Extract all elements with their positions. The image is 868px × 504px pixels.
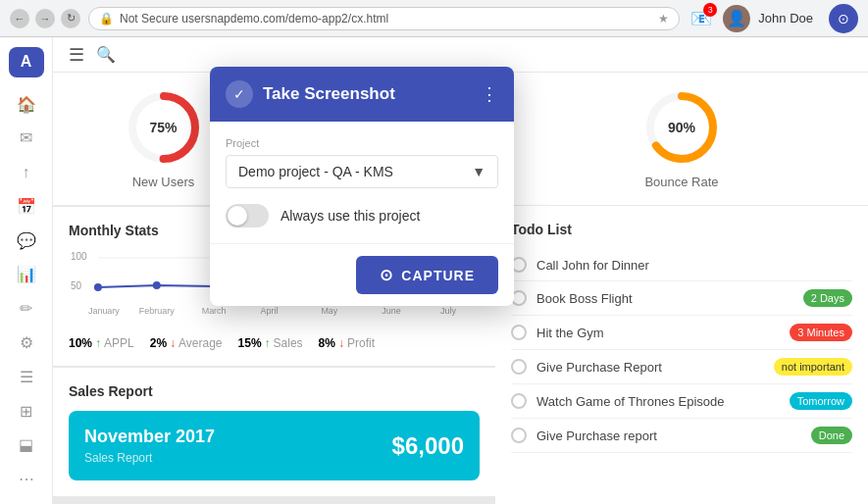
- sidebar-item-more[interactable]: ⋯: [9, 464, 44, 494]
- usersnap-icon: ⊙: [829, 4, 858, 33]
- modal-title: Take Screenshot: [263, 84, 471, 104]
- always-use-project-toggle[interactable]: [226, 204, 269, 227]
- notifications-button[interactable]: 📧 3: [688, 5, 715, 32]
- notification-badge: 3: [703, 3, 717, 17]
- browser-chrome: ← → ↻ 🔒 Not Secure usersnapdemo.com/demo…: [0, 0, 868, 37]
- reload-button[interactable]: ↻: [61, 9, 80, 28]
- modal-footer: ⊙ CAPTURE: [210, 243, 514, 306]
- project-label: Project: [226, 137, 498, 149]
- sidebar-item-chat[interactable]: 💬: [9, 226, 44, 256]
- modal-overlay: ✓ Take Screenshot ⋮ Project Demo project…: [53, 37, 868, 504]
- modal-check-icon: ✓: [226, 80, 253, 108]
- sidebar-item-list[interactable]: ☰: [9, 362, 44, 392]
- modal-header: ✓ Take Screenshot ⋮: [210, 67, 514, 122]
- sidebar-item-chart[interactable]: 📊: [9, 260, 44, 290]
- sidebar-item-grid[interactable]: ⊞: [9, 396, 44, 427]
- user-name-label: John Doe: [758, 11, 813, 25]
- capture-label: CAPTURE: [401, 268, 475, 283]
- project-select[interactable]: Demo project - QA - KMS ▼: [226, 155, 498, 188]
- app-container: A 🏠 ✉ ↑ 📅 💬 📊 ✏ ⚙ ☰ ⊞ ⬓ ⋯ ☰ 🔍: [0, 37, 868, 504]
- sidebar-item-settings[interactable]: ⚙: [9, 328, 44, 358]
- url-text: Not Secure usersnapdemo.com/demo-app2/cx…: [120, 12, 388, 25]
- camera-icon: ⊙: [380, 266, 393, 284]
- modal-body: Project Demo project - QA - KMS ▼ Always…: [210, 122, 514, 243]
- toggle-knob: [228, 206, 247, 226]
- sidebar-item-edit[interactable]: ✏: [9, 293, 44, 324]
- profile-avatar[interactable]: 👤: [723, 5, 750, 32]
- sidebar: A 🏠 ✉ ↑ 📅 💬 📊 ✏ ⚙ ☰ ⊞ ⬓ ⋯: [0, 37, 53, 504]
- sidebar-item-layers[interactable]: ⬓: [9, 429, 44, 460]
- toggle-row: Always use this project: [226, 204, 498, 227]
- sidebar-item-mail[interactable]: ✉: [9, 124, 44, 154]
- browser-actions: 📧 3 👤 John Doe ⊙: [688, 4, 858, 33]
- lock-icon: 🔒: [99, 12, 114, 25]
- screenshot-modal: ✓ Take Screenshot ⋮ Project Demo project…: [210, 67, 514, 306]
- sidebar-item-calendar[interactable]: 📅: [9, 191, 44, 222]
- project-select-value: Demo project - QA - KMS: [238, 164, 393, 179]
- sidebar-item-home[interactable]: 🏠: [9, 89, 44, 120]
- browser-controls: ← → ↻: [10, 9, 80, 28]
- modal-menu-button[interactable]: ⋮: [481, 83, 498, 105]
- address-bar[interactable]: 🔒 Not Secure usersnapdemo.com/demo-app2/…: [88, 7, 680, 30]
- star-icon: ★: [658, 12, 669, 25]
- capture-button[interactable]: ⊙ CAPTURE: [356, 256, 498, 294]
- chevron-down-icon: ▼: [472, 164, 485, 179]
- toggle-label: Always use this project: [281, 208, 420, 224]
- back-button[interactable]: ←: [10, 9, 29, 28]
- forward-button[interactable]: →: [35, 9, 55, 28]
- sidebar-item-share[interactable]: ↑: [9, 157, 44, 187]
- app-logo: A: [9, 47, 44, 77]
